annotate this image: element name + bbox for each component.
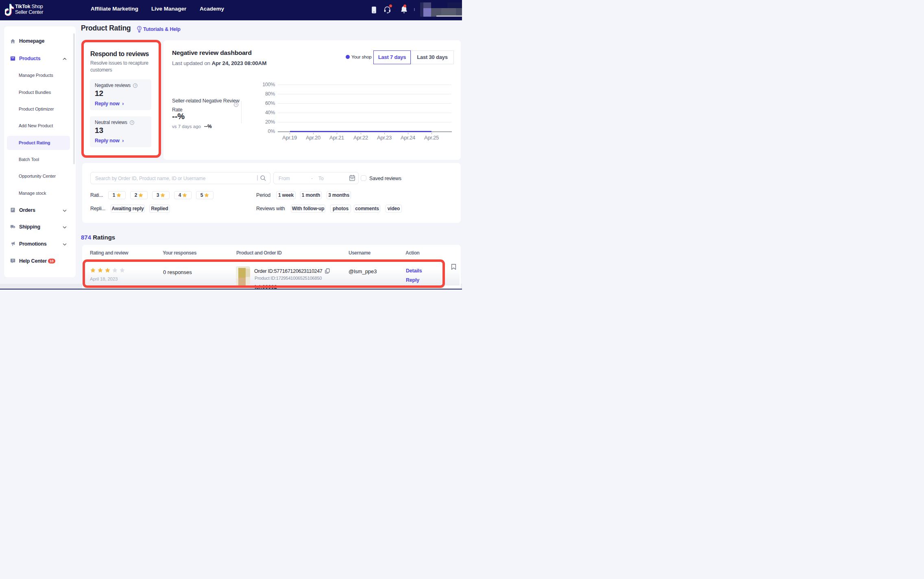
svg-text:?: ?	[12, 259, 13, 262]
svg-text:?: ?	[138, 27, 140, 30]
